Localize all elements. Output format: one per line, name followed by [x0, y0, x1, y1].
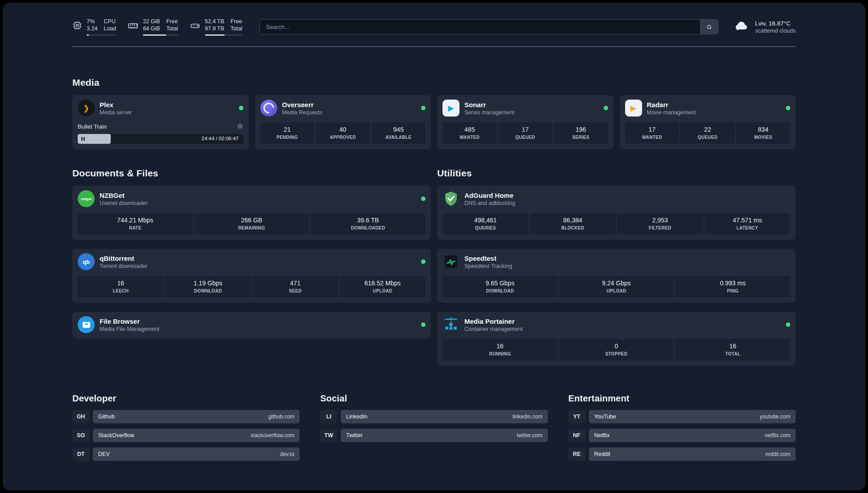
dashboard: 7% 3.24 CPU Load 22 GiB — [3, 3, 865, 490]
disk-progress-bar — [205, 34, 242, 36]
cpu-load-value: 3.24 — [87, 25, 97, 32]
bookmark-twitter[interactable]: TW Twitter twitter.com — [320, 429, 547, 442]
service-name: Sonarr — [464, 100, 514, 109]
bookmark-domain: reddit.com — [765, 451, 790, 457]
stat-latency: 47.571 msLATENCY — [705, 213, 791, 234]
service-name: Overseerr — [282, 100, 322, 109]
stat-seed: 471SEED — [252, 276, 338, 297]
status-dot — [421, 322, 426, 327]
bookmark-github[interactable]: GH Github github.com — [72, 410, 300, 423]
pause-icon[interactable] — [81, 137, 85, 141]
bookmark-domain: youtube.com — [760, 414, 790, 420]
section-title-documents: Documents & Files — [72, 168, 431, 179]
stat-movies: 834MOVIES — [736, 122, 791, 144]
stat-leech: 16LEECH — [78, 276, 164, 297]
service-card-speedtest[interactable]: Speedtest Speedtest Tracking 9.65 GbpsDO… — [437, 249, 796, 303]
service-name: NZBGet — [100, 191, 148, 200]
stat-rate: 744.21 MbpsRATE — [78, 213, 193, 234]
service-subtitle: Usenet downloader — [100, 200, 148, 207]
service-name: File Browser — [100, 317, 159, 326]
top-bar: 7% 3.24 CPU Load 22 GiB — [72, 16, 796, 38]
qbittorrent-icon: qb — [78, 253, 95, 270]
service-subtitle: Torrent downloader — [100, 263, 147, 270]
bookmark-abbr: LI — [320, 410, 337, 423]
utilities-column: Utilities AdGuard Home DNS and adblockin… — [437, 168, 796, 366]
bookmarks-social: Social LI LinkedIn linkedin.com TW Twitt… — [320, 393, 547, 466]
stat-queued: 22QUEUED — [680, 122, 735, 144]
speedtest-icon — [442, 253, 459, 270]
stat-downloaded: 39.6 TBDOWNLOADED — [310, 213, 426, 234]
bookmark-domain: github.com — [268, 414, 295, 420]
service-subtitle: DNS and adblocking — [464, 200, 515, 207]
service-card-plex[interactable]: Plex Media server Bullet Train ⚙ 24:44 /… — [72, 95, 249, 149]
service-card-radarr[interactable]: Radarr Movie management 17WANTED 22QUEUE… — [620, 95, 796, 149]
bookmark-dev[interactable]: DT DEV dev.to — [72, 447, 300, 461]
disk-labels: Free Total — [230, 18, 242, 32]
section-title-entertainment: Entertainment — [568, 393, 796, 404]
bookmark-domain: stackoverflow.com — [250, 432, 294, 439]
bookmark-name: LinkedIn — [346, 414, 367, 420]
stat-filtered: 2,953FILTERED — [617, 213, 703, 234]
stat-blocked: 86,384BLOCKED — [530, 213, 616, 234]
service-name: Media Portainer — [464, 317, 523, 326]
stat-upload: 9.24 GbpsUPLOAD — [559, 276, 674, 297]
service-subtitle: Media Requests — [282, 109, 322, 116]
service-subtitle: Media server — [100, 109, 132, 116]
bookmark-reddit[interactable]: RE Reddit reddit.com — [568, 447, 796, 461]
cpu-labels: CPU Load — [104, 18, 116, 32]
service-card-sonarr[interactable]: Sonarr Series management 485WANTED 17QUE… — [437, 95, 613, 149]
bookmark-name: Twitter — [346, 432, 363, 439]
stat-pending: 21PENDING — [260, 122, 315, 144]
search-input[interactable] — [260, 20, 700, 34]
cpu-widget: 7% 3.24 CPU Load — [72, 18, 116, 36]
bookmark-name: StackOverflow — [98, 432, 134, 439]
disk-icon — [190, 21, 200, 31]
memory-progress-bar — [143, 34, 178, 36]
documents-column: Documents & Files nzbget NZBGet Usenet d… — [72, 168, 431, 366]
bookmark-name: Github — [98, 414, 115, 420]
stat-queued: 17QUEUED — [498, 122, 553, 144]
bookmark-stackoverflow[interactable]: SO StackOverflow stackoverflow.com — [72, 429, 300, 442]
playback-progress-bar[interactable]: 24:44 / 02:06:47 — [78, 134, 243, 144]
overseerr-icon — [260, 100, 277, 117]
bookmark-name: Netflix — [594, 432, 610, 439]
bookmark-abbr: DT — [72, 447, 89, 461]
service-card-portainer[interactable]: Media Portainer Container management 16R… — [437, 312, 796, 366]
search-provider-button[interactable]: G — [700, 20, 718, 34]
bookmarks-section: Developer GH Github github.com SO StackO… — [72, 393, 796, 466]
service-card-adguard[interactable]: AdGuard Home DNS and adblocking 498,461Q… — [437, 186, 796, 240]
service-subtitle: Movie management — [647, 109, 696, 116]
radarr-icon — [625, 100, 642, 117]
section-title-utilities: Utilities — [437, 168, 796, 179]
section-title-developer: Developer — [72, 393, 300, 404]
service-subtitle: Media File Management — [100, 326, 159, 333]
bookmarks-entertainment: Entertainment YT YouTube youtube.com NF … — [568, 393, 796, 466]
bookmark-netflix[interactable]: NF Netflix netflix.com — [568, 429, 796, 442]
service-name: AdGuard Home — [464, 191, 515, 200]
service-card-nzbget[interactable]: nzbget NZBGet Usenet downloader 744.21 M… — [72, 186, 431, 240]
sonarr-icon — [442, 100, 459, 117]
cpu-percent: 7% — [87, 18, 97, 25]
stat-remaining: 266 GBREMAINING — [194, 213, 309, 234]
plex-icon — [78, 100, 95, 117]
disk-total-value: 97.9 TB — [205, 25, 225, 32]
bookmark-domain: linkedin.com — [513, 414, 542, 420]
status-dot — [786, 322, 790, 327]
service-name: qBittorrent — [100, 254, 147, 263]
bookmark-linkedin[interactable]: LI LinkedIn linkedin.com — [320, 410, 547, 423]
service-card-overseerr[interactable]: Overseerr Media Requests 21PENDING 40APP… — [255, 95, 431, 149]
gear-icon[interactable]: ⚙ — [237, 122, 243, 130]
bookmark-youtube[interactable]: YT YouTube youtube.com — [568, 410, 796, 423]
stat-upload: 618.52 MbpsUPLOAD — [340, 276, 426, 297]
weather-location: Lviv, 16.87°C — [755, 20, 796, 27]
service-subtitle: Container management — [464, 326, 523, 333]
service-card-filebrowser[interactable]: File Browser Media File Management — [72, 312, 431, 338]
weather-condition: scattered clouds — [755, 27, 796, 34]
service-card-qbittorrent[interactable]: qb qBittorrent Torrent downloader 16LEEC… — [72, 249, 431, 303]
stat-ping: 0.993 msPING — [675, 276, 790, 297]
stat-wanted: 485WANTED — [442, 122, 497, 144]
stat-series: 196SERIES — [554, 122, 608, 144]
stat-running: 16RUNNING — [442, 339, 558, 360]
memory-free-value: 22 GiB — [143, 18, 160, 25]
disk-widget: 52.4 TB 97.9 TB Free Total — [190, 18, 242, 36]
